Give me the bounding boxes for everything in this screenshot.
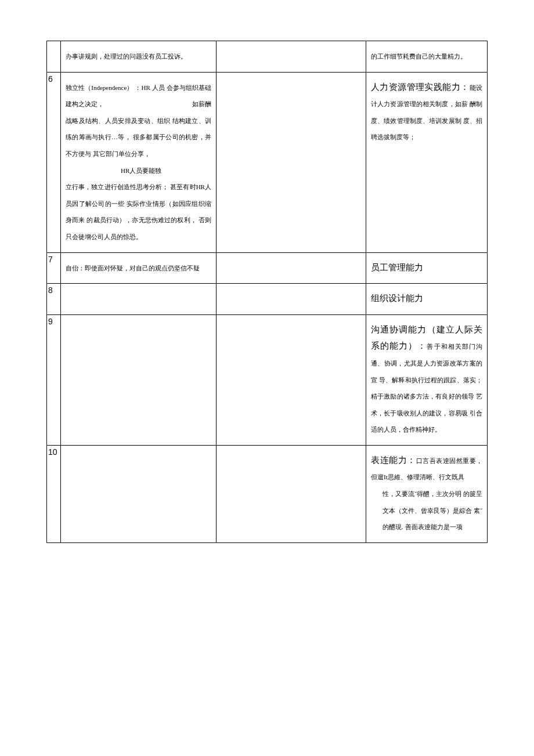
cell-text: 的工作细节耗费自己的大量精力。 bbox=[371, 53, 467, 60]
competency-table: 办事讲规则，处理过的问题没有员工投诉。 的工作细节耗费自己的大量精力。 6 独立… bbox=[46, 41, 488, 543]
cell-text: 独立性（Independence） ：HR 人员 会参与组织基础建构之决定， bbox=[66, 84, 211, 108]
cell-col2 bbox=[217, 72, 366, 252]
cell-col2 bbox=[217, 445, 366, 542]
cell-col3: 表连能力：口言吾表逹固然重要，但遛It思維、修理清晰、行文既具 性，又要流ˇ得醴… bbox=[366, 445, 488, 542]
cell-title: 人力资源管理实践能力： bbox=[371, 82, 470, 92]
cell-text: 办事讲规则，处理过的问题没有员工投诉。 bbox=[66, 53, 187, 60]
cell-col3: 组织设计能力 bbox=[366, 284, 488, 315]
row-number: 8 bbox=[47, 284, 61, 315]
cell-title: 员工管理能力 bbox=[371, 263, 423, 272]
row-number: 10 bbox=[47, 445, 61, 542]
cell-col2 bbox=[217, 284, 366, 315]
row-number: 6 bbox=[47, 72, 61, 252]
table-row: 9 沟通协调能力（建立人际关系的能力）：善于和相关部门沟通、协调，尤其是人力资源… bbox=[47, 314, 488, 445]
cell-text: 立行事，独立进行创造性思考分析； 甚至有时HR人员因了解公司的一些 实际作业情形… bbox=[66, 183, 211, 240]
table-row: 8 组织设计能力 bbox=[47, 284, 488, 315]
table-row: 7 自佁：即使面对怀疑，对自己的观点仍坚信不疑 员工管理能力 bbox=[47, 252, 488, 284]
cell-col2 bbox=[217, 41, 366, 73]
cell-text: HR人员要能独 bbox=[66, 162, 161, 179]
row-number: 7 bbox=[47, 252, 61, 284]
cell-title: 表连能力： bbox=[371, 455, 416, 465]
cell-col2 bbox=[217, 314, 366, 445]
cell-col1: 办事讲规则，处理过的问题没有员工投诉。 bbox=[61, 41, 217, 73]
table-row: 10 表连能力：口言吾表逹固然重要，但遛It思維、修理清晰、行文既具 性，又要流… bbox=[47, 445, 488, 542]
cell-col1 bbox=[61, 314, 217, 445]
cell-col2 bbox=[217, 252, 366, 284]
table-row: 6 独立性（Independence） ：HR 人员 会参与组织基础建构之决定，… bbox=[47, 72, 488, 252]
cell-text: 自佁：即使面对怀疑，对自己的观点仍坚信不疑 bbox=[66, 265, 200, 272]
cell-col3: 员工管理能力 bbox=[366, 252, 488, 284]
cell-col3: 沟通协调能力（建立人际关系的能力）：善于和相关部门沟通、协调，尤其是人力资源改革… bbox=[366, 314, 488, 445]
cell-col3: 的工作细节耗费自己的大量精力。 bbox=[366, 41, 488, 73]
cell-col1 bbox=[61, 284, 217, 315]
row-number bbox=[47, 41, 61, 73]
cell-col3: 人力资源管理实践能力：能设计人力资源管理的相关制度，如薪 酬制度、绩效管理制度、… bbox=[366, 72, 488, 252]
table-row: 办事讲规则，处理过的问题没有员工投诉。 的工作细节耗费自己的大量精力。 bbox=[47, 41, 488, 73]
cell-text: 能设计人力资源管理的相关制度，如薪 酬制度、绩效管理制度、培训发展制 度、招聘选… bbox=[371, 84, 482, 141]
cell-title: 组织设计能力 bbox=[371, 294, 423, 303]
cell-text: 性，又要流ˇ得醴，主次分明 的篋呈文本（文件、曾幸艮等）是綜合 素ˇ的醴現. 善… bbox=[371, 486, 482, 536]
cell-col1 bbox=[61, 445, 217, 542]
cell-text: 善于和相关部门沟通、协调，尤其是人力资源改革方案的宣 导、解释和执行过程的跟踪、… bbox=[371, 343, 482, 433]
cell-text: 如薪酬 bbox=[192, 96, 211, 113]
cell-text: 战略及结构、人员安排及变动、组织 结构建立、训练的筹画与执行…等， 很多都属于公… bbox=[66, 117, 211, 157]
row-number: 9 bbox=[47, 314, 61, 445]
cell-col1: 自佁：即使面对怀疑，对自己的观点仍坚信不疑 bbox=[61, 252, 217, 284]
cell-col1: 独立性（Independence） ：HR 人员 会参与组织基础建构之决定， 如… bbox=[61, 72, 217, 252]
